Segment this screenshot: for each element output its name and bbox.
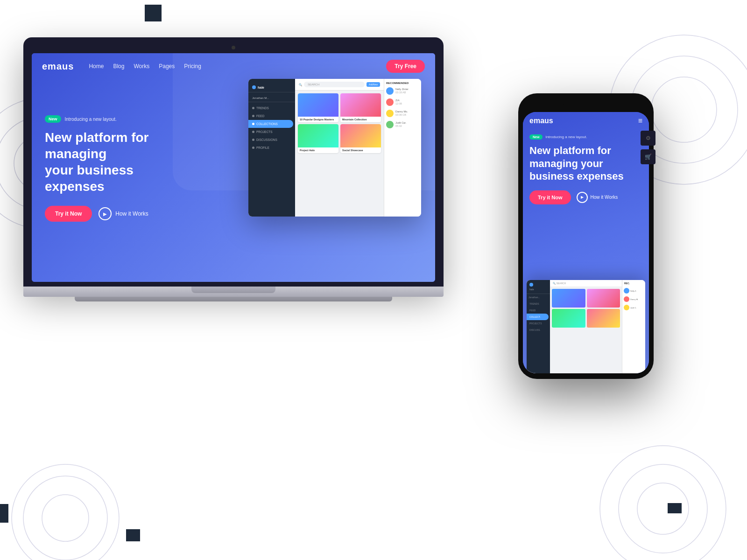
laptop-camera [232, 46, 235, 49]
phone-badge: New Introducing a new layout. [529, 134, 587, 140]
play-icon: ▶ [99, 207, 112, 220]
phone-badge-new: New [529, 134, 543, 140]
app-content-grid: 10 Popular Designs Masters Mountain Coll… [295, 91, 384, 156]
screen-logo: emaus [42, 61, 74, 72]
app-search-bar[interactable]: 🔍 SEARCH AddNew [295, 79, 384, 91]
phone-screen: emaus ≡ New Introducing a new layout. Ne… [523, 112, 649, 373]
screen-headline: New platform for managing your business … [45, 129, 166, 195]
card-image-2 [340, 93, 381, 117]
nav-link-works[interactable]: Works [134, 63, 149, 70]
phone-app-screenshot: hale Jonathan... TRENDS FEED COLLECT. PR… [527, 280, 645, 373]
sidebar-collections[interactable]: COLLECTIONS [248, 120, 293, 128]
screen-content: emaus Home Blog Works Pages Pricing Try … [32, 53, 435, 282]
phone-app-content [550, 287, 622, 329]
svg-point-7 [619, 464, 707, 553]
phone-app-right-sidebar: REC. Nelly Z. Danny M. Judit C. [622, 280, 645, 373]
card-image-3 [298, 124, 338, 147]
badge-description: Introducing a new layout. [65, 117, 117, 122]
phone-play-icon: ▶ [577, 192, 588, 203]
sidebar-feed[interactable]: FEED [248, 112, 295, 120]
sidebar-trends[interactable]: TRENDS [248, 104, 295, 112]
screen-try-now-button[interactable]: Try it Now [45, 206, 92, 222]
phone-card-img-4 [587, 309, 620, 328]
phone-badge-text: Introducing a new layout. [545, 135, 587, 139]
phone-hero: New Introducing a new layout. New platfo… [523, 128, 649, 208]
screen-nav-links: Home Blog Works Pages Pricing [89, 63, 386, 70]
recommend-text-1: Nelly Zinter03:18 AB [395, 88, 409, 94]
recommend-text-2: ZIA12:08 [395, 99, 402, 105]
app-card-1: 10 Popular Designs Masters [298, 93, 338, 122]
phone-notch [563, 99, 609, 109]
app-right-sidebar: RECOMMENDED Nelly Zinter03:18 AB ZIA12:0… [384, 79, 421, 217]
nav-link-pages[interactable]: Pages [159, 63, 175, 70]
screen-badge: New Introducing a new layout. [45, 115, 117, 123]
screen-how-it-works-button[interactable]: ▶ How it Works [99, 207, 148, 220]
app-main-content: 🔍 SEARCH AddNew 10 Popular Designs Maste… [295, 79, 384, 217]
hamburger-icon[interactable]: ≡ [638, 117, 642, 125]
decorative-square-4 [126, 529, 140, 541]
laptop-mockup: emaus Home Blog Works Pages Pricing Try … [23, 37, 444, 301]
nav-link-home[interactable]: Home [89, 63, 104, 70]
phone-cta-buttons: Try it Now ▶ How it Works [529, 190, 642, 204]
phone-navbar: emaus ≡ [523, 112, 649, 128]
phone-logo: emaus [529, 117, 553, 125]
phone-card-2 [587, 289, 620, 308]
laptop-base [23, 287, 444, 297]
laptop-foot [75, 297, 392, 301]
laptop-screen: emaus Home Blog Works Pages Pricing Try … [32, 53, 435, 282]
laptop-body: emaus Home Blog Works Pages Pricing Try … [23, 37, 444, 287]
svg-point-8 [600, 446, 726, 560]
svg-point-10 [23, 476, 107, 560]
app-card-4: Social Showcase [340, 124, 381, 153]
avatar-4 [386, 121, 394, 128]
phone-card-img-3 [552, 309, 585, 328]
sidebar-discussions[interactable]: DISCUSSIONS [248, 136, 295, 144]
nav-link-blog[interactable]: Blog [113, 63, 124, 70]
phone-screen-content: emaus ≡ New Introducing a new layout. Ne… [523, 112, 649, 373]
decorative-square-3 [668, 503, 682, 513]
svg-point-9 [42, 495, 89, 541]
screen-cta-buttons: Try it Now ▶ How it Works [45, 206, 166, 222]
card-title-4: Social Showcase [340, 147, 381, 153]
phone-mockup: emaus ≡ New Introducing a new layout. Ne… [518, 93, 654, 379]
phone-card-4 [587, 309, 620, 328]
nav-link-pricing[interactable]: Pricing [184, 63, 201, 70]
sidebar-user: Jonathan M... [248, 94, 295, 102]
search-input[interactable]: SEARCH [304, 82, 365, 87]
phone-headline: New platform for managing your business … [529, 144, 642, 183]
sidebar-logo-dot [252, 85, 256, 89]
recommend-item-2: ZIA12:08 [386, 98, 419, 106]
recommend-item-4: Judit Car.05:02 [386, 121, 419, 128]
phone-try-now-button[interactable]: Try it Now [529, 190, 571, 204]
decorative-square-2 [0, 504, 8, 523]
card-title-1: 10 Popular Designs Masters [298, 117, 338, 122]
screen-navbar: emaus Home Blog Works Pages Pricing Try … [32, 53, 435, 79]
recommend-text-3: Danny Mo.03:06 CB [395, 110, 408, 117]
recommend-item-1: Nelly Zinter03:18 AB [386, 87, 419, 95]
card-image-4 [340, 124, 381, 147]
phone-card-3 [552, 309, 585, 328]
phone-body: emaus ≡ New Introducing a new layout. Ne… [518, 93, 654, 379]
app-card-2: Mountain Collection [340, 93, 381, 122]
app-card-3: Project Halo [298, 124, 338, 153]
recommend-item-3: Danny Mo.03:06 CB [386, 110, 419, 117]
screen-hero: New Introducing a new layout. New platfo… [45, 114, 166, 222]
svg-point-3 [651, 77, 717, 142]
laptop-stand [191, 287, 275, 293]
sidebar-logo-text: hale [258, 86, 264, 89]
card-title-3: Project Halo [298, 147, 338, 153]
app-screenshot-laptop: hale Jonathan M... TRENDS FEED COLLECTIO… [248, 79, 421, 217]
recommend-text-4: Judit Car.05:02 [395, 121, 406, 128]
sidebar-projects[interactable]: PROJECTS [248, 128, 295, 136]
sidebar-profile[interactable]: PROFILE [248, 144, 295, 152]
phone-how-it-works-button[interactable]: ▶ How it Works [577, 192, 618, 203]
avatar-1 [386, 87, 394, 95]
avatar-3 [386, 110, 394, 117]
phone-app-main: 🔍 SEARCH [550, 280, 622, 373]
avatar-2 [386, 98, 394, 106]
phone-card-img-2 [587, 289, 620, 308]
phone-card-img-1 [552, 289, 585, 308]
svg-point-11 [12, 464, 119, 560]
try-free-button[interactable]: Try Free [386, 60, 425, 73]
phone-app-sidebar: hale Jonathan... TRENDS FEED COLLECT. PR… [527, 280, 550, 373]
